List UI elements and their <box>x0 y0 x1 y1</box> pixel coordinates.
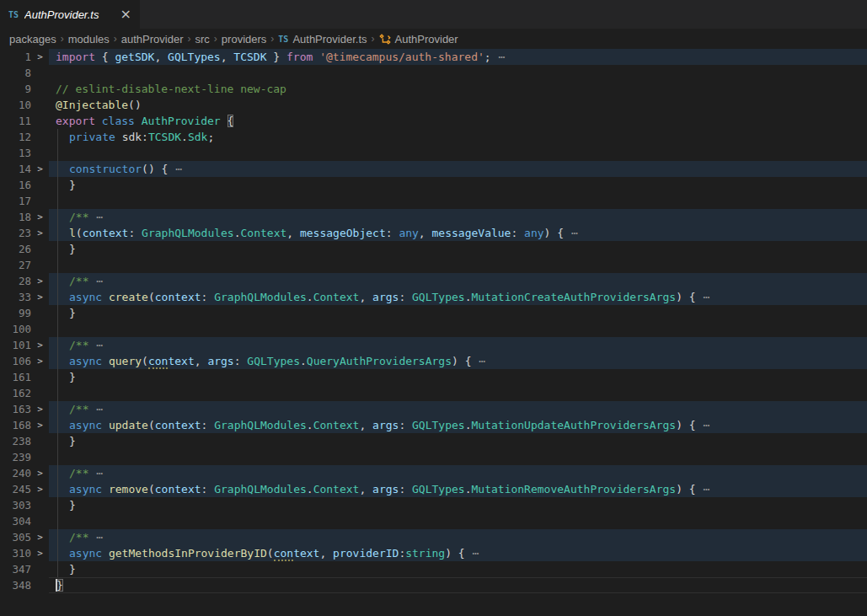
code-line[interactable]: 18>/** ⋯ <box>0 209 867 225</box>
folded-code-ellipsis[interactable]: ⋯ <box>696 483 711 495</box>
code-line[interactable]: 27 <box>0 257 867 273</box>
code-line[interactable]: 304 <box>0 513 867 529</box>
code-line[interactable]: 168>async update(context: GraphQLModules… <box>0 417 867 433</box>
line-number[interactable]: 245 <box>0 481 31 497</box>
line-number[interactable]: 348 <box>0 577 31 593</box>
line-number[interactable]: 33 <box>0 289 31 305</box>
code-line[interactable]: 101>/** ⋯ <box>0 337 867 353</box>
code-line[interactable]: 17 <box>0 193 867 209</box>
line-number[interactable]: 100 <box>0 321 31 337</box>
line-number[interactable]: 310 <box>0 545 31 561</box>
line-number[interactable]: 304 <box>0 513 31 529</box>
line-number[interactable]: 26 <box>0 241 31 257</box>
code-line[interactable]: 245>async remove(context: GraphQLModules… <box>0 481 867 497</box>
close-icon[interactable]: × <box>120 8 131 21</box>
breadcrumb-item-providers[interactable]: providers <box>222 33 266 46</box>
folded-code-ellipsis[interactable]: ⋯ <box>564 227 579 239</box>
fold-chevron-icon[interactable]: > <box>31 209 49 225</box>
code-line[interactable]: 305>/** ⋯ <box>0 529 867 545</box>
code-line[interactable]: 162 <box>0 385 867 401</box>
code-line[interactable]: 33>async create(context: GraphQLModules.… <box>0 289 867 305</box>
line-number[interactable]: 23 <box>0 225 31 241</box>
line-number[interactable]: 303 <box>0 497 31 513</box>
line-number[interactable]: 168 <box>0 417 31 433</box>
line-number[interactable]: 9 <box>0 81 31 97</box>
fold-chevron-icon[interactable]: > <box>31 401 49 417</box>
line-number[interactable]: 240 <box>0 465 31 481</box>
fold-chevron-icon[interactable]: > <box>31 481 49 497</box>
line-number[interactable]: 8 <box>0 65 31 81</box>
line-number[interactable]: 163 <box>0 401 31 417</box>
line-number[interactable]: 161 <box>0 369 31 385</box>
code-line[interactable]: 11export class AuthProvider { <box>0 113 867 129</box>
code-line[interactable]: 240>/** ⋯ <box>0 465 867 481</box>
line-number[interactable]: 99 <box>0 305 31 321</box>
line-number[interactable]: 13 <box>0 145 31 161</box>
line-number[interactable]: 305 <box>0 529 31 545</box>
folded-code-ellipsis[interactable]: ⋯ <box>465 547 480 560</box>
code-line[interactable]: 238} <box>0 433 867 449</box>
code-line[interactable]: 26} <box>0 241 867 257</box>
folded-code-ellipsis[interactable]: ⋯ <box>168 163 183 175</box>
code-line[interactable]: 16} <box>0 177 867 193</box>
fold-chevron-icon[interactable]: > <box>31 545 49 561</box>
fold-chevron-icon[interactable]: > <box>31 417 49 433</box>
folded-code-ellipsis[interactable]: ⋯ <box>88 531 104 544</box>
fold-chevron-icon[interactable]: > <box>31 49 49 65</box>
breadcrumb-item-packages[interactable]: packages <box>9 33 56 46</box>
code-line[interactable]: 106>async query(context, args: GQLTypes.… <box>0 353 867 369</box>
folded-code-ellipsis[interactable]: ⋯ <box>88 403 104 415</box>
folded-code-ellipsis[interactable]: ⋯ <box>88 211 104 223</box>
code-line[interactable]: 1>import { getSDK, GQLTypes, TCSDK } fro… <box>0 49 867 65</box>
line-number[interactable]: 18 <box>0 209 31 225</box>
folded-code-ellipsis[interactable]: ⋯ <box>696 419 711 431</box>
code-line[interactable]: 303} <box>0 497 867 513</box>
code-line[interactable]: 8 <box>0 65 867 81</box>
line-number[interactable]: 347 <box>0 561 31 577</box>
code-line[interactable]: 28>/** ⋯ <box>0 273 867 289</box>
breadcrumb-item-modules[interactable]: modules <box>68 33 110 46</box>
fold-chevron-icon[interactable]: > <box>31 529 49 545</box>
code-line[interactable]: 12private sdk:TCSDK.Sdk; <box>0 129 867 145</box>
code-line[interactable]: 10@Injectable() <box>0 97 867 113</box>
folded-code-ellipsis[interactable]: ⋯ <box>471 355 486 367</box>
line-number[interactable]: 11 <box>0 113 31 129</box>
fold-chevron-icon[interactable]: > <box>31 289 49 305</box>
line-number[interactable]: 106 <box>0 353 31 369</box>
code-line[interactable]: 9// eslint-disable-next-line new-cap <box>0 81 867 97</box>
fold-chevron-icon[interactable]: > <box>31 161 49 177</box>
line-number[interactable]: 10 <box>0 97 31 113</box>
folded-code-ellipsis[interactable]: ⋯ <box>696 291 711 303</box>
line-number[interactable]: 239 <box>0 449 31 465</box>
line-number[interactable]: 12 <box>0 129 31 145</box>
line-number[interactable]: 101 <box>0 337 31 353</box>
folded-code-ellipsis[interactable]: ⋯ <box>88 467 104 479</box>
code-line[interactable]: 100 <box>0 321 867 337</box>
code-editor[interactable]: 1>import { getSDK, GQLTypes, TCSDK } fro… <box>0 49 867 593</box>
code-line[interactable]: 310>async getMethodsInProviderByID(conte… <box>0 545 867 561</box>
code-line[interactable]: 348} <box>0 577 867 593</box>
tab-authprovider[interactable]: TS AuthProvider.ts × <box>0 0 141 29</box>
fold-chevron-icon[interactable]: > <box>31 273 49 289</box>
code-line[interactable]: 161} <box>0 369 867 385</box>
line-number[interactable]: 1 <box>0 49 31 65</box>
line-number[interactable]: 16 <box>0 177 31 193</box>
fold-chevron-icon[interactable]: > <box>31 337 49 353</box>
breadcrumb-item-symbol[interactable]: AuthProvider <box>379 33 458 46</box>
code-line[interactable]: 23>l(context: GraphQLModules.Context, me… <box>0 225 867 241</box>
fold-chevron-icon[interactable]: > <box>31 225 49 241</box>
fold-chevron-icon[interactable]: > <box>31 353 49 369</box>
folded-code-ellipsis[interactable]: ⋯ <box>491 51 506 63</box>
line-number[interactable]: 17 <box>0 193 31 209</box>
line-number[interactable]: 238 <box>0 433 31 449</box>
code-line[interactable]: 347} <box>0 561 867 577</box>
line-number[interactable]: 27 <box>0 257 31 273</box>
line-number[interactable]: 14 <box>0 161 31 177</box>
code-line[interactable]: 99} <box>0 305 867 321</box>
breadcrumb-item-file[interactable]: TS AuthProvider.ts <box>278 33 367 46</box>
line-number[interactable]: 162 <box>0 385 31 401</box>
code-line[interactable]: 163>/** ⋯ <box>0 401 867 417</box>
breadcrumb-item-authprovider[interactable]: authProvider <box>121 33 184 46</box>
code-line[interactable]: 239 <box>0 449 867 465</box>
code-line[interactable]: 13 <box>0 145 867 161</box>
